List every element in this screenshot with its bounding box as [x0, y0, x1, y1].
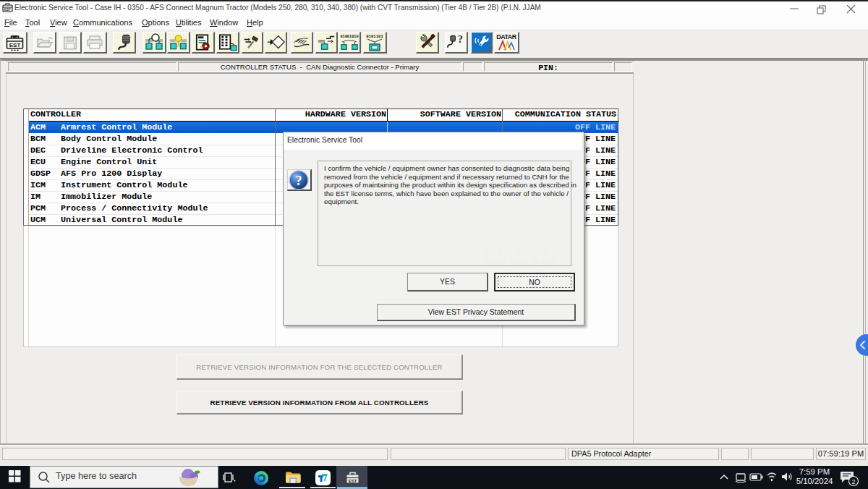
svg-text:?: ?	[458, 33, 463, 45]
svg-text:DATAR: DATAR	[496, 33, 517, 41]
svg-text:01001010: 01001010	[340, 35, 358, 39]
svg-text:EST: EST	[9, 42, 21, 48]
svg-text:EST: EST	[349, 479, 357, 483]
svg-text:0101101: 0101101	[366, 34, 383, 39]
svg-text:2: 2	[851, 478, 855, 485]
svg-text:?: ?	[296, 174, 302, 188]
svg-text:EST: EST	[4, 8, 11, 12]
